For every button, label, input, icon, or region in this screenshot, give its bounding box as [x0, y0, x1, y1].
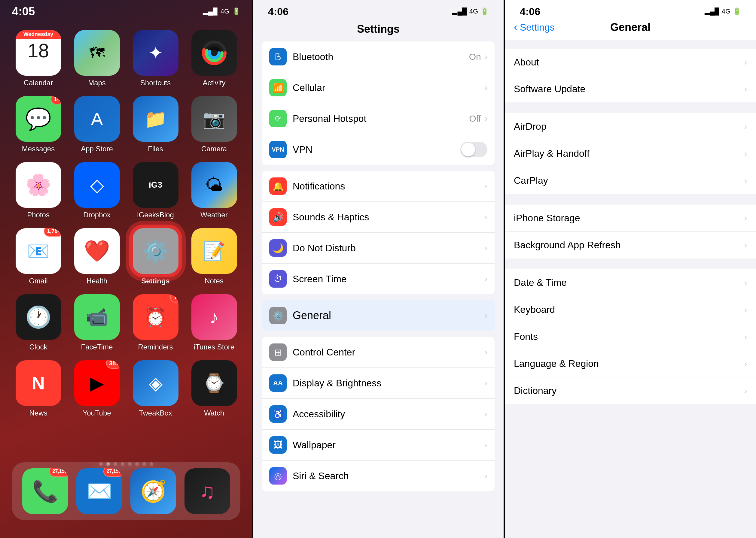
settings-item-hotspot[interactable]: ⟳ Personal Hotspot Off ›: [262, 103, 495, 134]
background-refresh-label: Background App Refresh: [514, 240, 744, 251]
general-item-datetime[interactable]: Date & Time ›: [505, 269, 756, 296]
wallpaper-icon: 🖼: [269, 436, 287, 454]
time-general: 4:06: [520, 6, 540, 18]
settings-item-siri[interactable]: ◎ Siri & Search ›: [262, 460, 495, 491]
about-chevron: ›: [744, 58, 747, 67]
app-facetime[interactable]: 📹 FaceTime: [71, 294, 123, 351]
facetime-icon: 📹: [86, 306, 108, 328]
bluetooth-icon: 𝔹: [269, 48, 287, 66]
health-icon: ❤️: [84, 239, 110, 263]
app-news[interactable]: N News: [12, 360, 65, 417]
datetime-label: Date & Time: [514, 277, 744, 288]
siri-label: Siri & Search: [293, 470, 485, 482]
app-calendar[interactable]: Wednesday 18 Calendar: [12, 30, 65, 87]
settings-item-donotdisturb[interactable]: 🌙 Do Not Disturb ›: [262, 233, 495, 264]
settings-item-display[interactable]: AA Display & Brightness ›: [262, 368, 495, 399]
controlcenter-icon: ⊞: [269, 344, 287, 361]
general-item-software-update[interactable]: Software Update ›: [505, 76, 756, 102]
general-item-airplay[interactable]: AirPlay & Handoff ›: [505, 140, 756, 167]
dock-phone[interactable]: 📞 27,158: [22, 468, 68, 514]
app-photos[interactable]: 🌸 Photos: [12, 162, 65, 219]
app-notes[interactable]: 📝 Notes: [188, 228, 240, 285]
app-files[interactable]: 📁 Files: [129, 96, 182, 153]
general-item-language[interactable]: Language & Region ›: [505, 350, 756, 377]
app-clock[interactable]: 🕐 Clock: [12, 294, 65, 351]
battery-icon-g: 🔋: [733, 8, 741, 15]
dock-music[interactable]: ♫: [184, 468, 230, 514]
activity-rings-icon: [201, 39, 228, 66]
general-screen: 4:06 ▂▄█ 4G 🔋 ‹ Settings General About ›…: [504, 0, 756, 538]
settings-item-general[interactable]: ⚙️ General ›: [262, 300, 495, 331]
general-section-2: AirDrop › AirPlay & Handoff › CarPlay ›: [505, 113, 756, 194]
general-item-about[interactable]: About ›: [505, 49, 756, 76]
watch-icon: ⌚: [203, 373, 225, 394]
language-label: Language & Region: [514, 358, 744, 369]
app-label-igeeksblog: iGeeksBlog: [137, 211, 174, 219]
youtube-icon: ▶: [90, 373, 104, 394]
notifications-label: Notifications: [293, 181, 485, 192]
app-label-health: Health: [87, 277, 107, 285]
general-item-storage[interactable]: iPhone Storage ›: [505, 205, 756, 232]
controlcenter-label: Control Center: [293, 347, 485, 358]
camera-icon: 📷: [203, 108, 225, 130]
accessibility-chevron: ›: [485, 409, 487, 419]
settings-item-accessibility[interactable]: ♿ Accessibility ›: [262, 399, 495, 430]
app-appstore[interactable]: A App Store: [71, 96, 123, 153]
calendar-day: Wednesday: [16, 30, 61, 39]
app-maps[interactable]: 🗺 Maps: [71, 30, 123, 87]
app-weather[interactable]: 🌤 Weather: [188, 162, 240, 219]
back-button[interactable]: ‹ Settings: [514, 21, 555, 34]
general-list-1: About ›: [505, 49, 756, 76]
back-chevron-icon: ‹: [514, 21, 517, 34]
screentime-label: Screen Time: [293, 274, 485, 285]
settings-item-wallpaper[interactable]: 🖼 Wallpaper ›: [262, 430, 495, 460]
background-refresh-chevron: ›: [744, 241, 747, 250]
vpn-toggle[interactable]: [460, 142, 487, 157]
settings-item-controlcenter[interactable]: ⊞ Control Center ›: [262, 337, 495, 368]
app-activity[interactable]: Activity: [188, 30, 240, 87]
dictionary-chevron: ›: [744, 386, 747, 396]
app-messages[interactable]: 💬 14 Messages: [12, 96, 65, 153]
app-camera[interactable]: 📷 Camera: [188, 96, 240, 153]
clock-icon: 🕐: [25, 305, 51, 329]
settings-item-screentime[interactable]: ⏱ Screen Time ›: [262, 264, 495, 294]
storage-label: iPhone Storage: [514, 213, 744, 224]
app-igeeksblog[interactable]: iG3 iGeeksBlog: [129, 162, 182, 219]
general-item-carplay[interactable]: CarPlay ›: [505, 167, 756, 194]
battery-icon-s: 🔋: [480, 8, 488, 15]
general-item-background-refresh[interactable]: Background App Refresh ›: [505, 232, 756, 258]
app-tweakbox[interactable]: ◈ TweakBox: [129, 360, 182, 417]
section-divider-2: [505, 194, 756, 205]
accessibility-label: Accessibility: [293, 408, 485, 420]
general-item-airdrop[interactable]: AirDrop ›: [505, 113, 756, 140]
app-health[interactable]: ❤️ Health: [71, 228, 123, 285]
settings-item-cellular[interactable]: 📶 Cellular ›: [262, 72, 495, 103]
settings-item-notifications[interactable]: 🔔 Notifications ›: [262, 171, 495, 202]
news-icon: N: [32, 373, 45, 394]
app-watch[interactable]: ⌚ Watch: [188, 360, 240, 417]
app-label-reminders: Reminders: [138, 343, 173, 351]
app-dropbox[interactable]: ◇ Dropbox: [71, 162, 123, 219]
settings-item-vpn[interactable]: VPN VPN: [262, 134, 495, 165]
language-chevron: ›: [744, 359, 747, 369]
signal-icon-g: ▂▄█: [705, 8, 719, 15]
settings-item-bluetooth[interactable]: 𝔹 Bluetooth On ›: [262, 41, 495, 72]
general-item-dictionary[interactable]: Dictionary ›: [505, 377, 756, 404]
general-item-fonts[interactable]: Fonts ›: [505, 323, 756, 350]
signal-icon-s: ▂▄█: [452, 8, 467, 15]
phone-icon: 📞: [32, 479, 58, 504]
app-shortcuts[interactable]: ✦ Shortcuts: [129, 30, 182, 87]
dock-safari[interactable]: 🧭: [130, 468, 176, 514]
status-icons-general: ▂▄█ 4G 🔋: [705, 8, 741, 15]
general-item-keyboard[interactable]: Keyboard ›: [505, 296, 756, 323]
messages-icon: 💬: [25, 107, 51, 131]
app-settings[interactable]: ⚙️ Settings: [129, 228, 182, 285]
app-youtube[interactable]: ▶ 387 YouTube: [71, 360, 123, 417]
dock-mail[interactable]: ✉️ 27,158: [76, 468, 122, 514]
general-label: General: [293, 309, 485, 322]
software-update-chevron: ›: [744, 84, 747, 94]
app-gmail[interactable]: 📧 1,784 Gmail: [12, 228, 65, 285]
app-reminders[interactable]: ⏰ 1 Reminders: [129, 294, 182, 351]
settings-item-sounds[interactable]: 🔊 Sounds & Haptics ›: [262, 202, 495, 233]
app-itunes[interactable]: ♪ iTunes Store: [188, 294, 240, 351]
